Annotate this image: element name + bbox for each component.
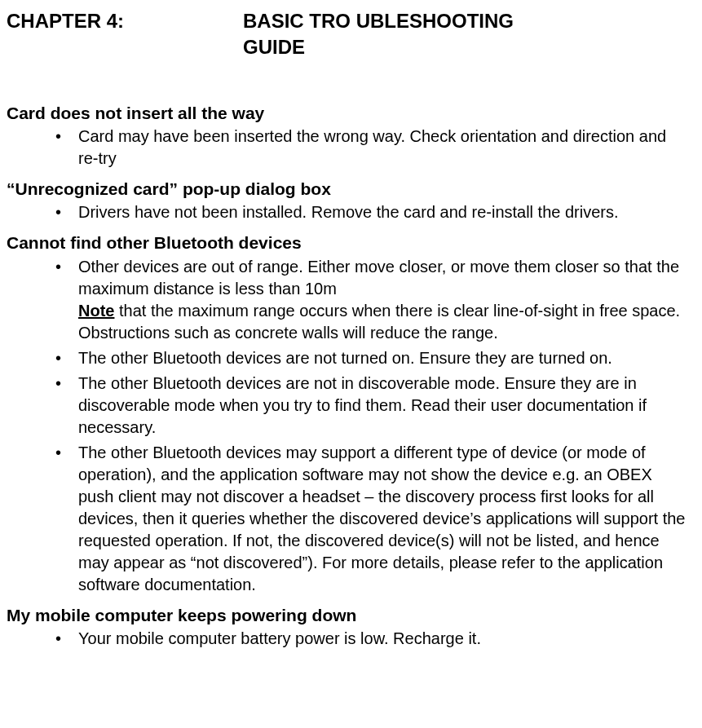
- chapter-title-line1: BASIC TRO UBLESHOOTING: [243, 10, 514, 32]
- bullet-text: Other devices are out of range. Either m…: [78, 258, 679, 298]
- bullet-text: The other Bluetooth devices may support …: [78, 443, 686, 593]
- list-item: The other Bluetooth devices are not turn…: [55, 347, 687, 369]
- note-label: Note: [78, 302, 114, 320]
- bullet-text: Your mobile computer battery power is lo…: [78, 629, 481, 647]
- bullet-list: Drivers have not been installed. Remove …: [7, 201, 687, 223]
- section-heading-unrecognized: “Unrecognized card” pop-up dialog box: [7, 178, 687, 200]
- chapter-title-line2: GUIDE: [243, 36, 305, 58]
- list-item: Card may have been inserted the wrong wa…: [55, 126, 687, 170]
- chapter-header: CHAPTER 4: BASIC TRO UBLESHOOTING GUIDE: [7, 8, 687, 61]
- bullet-text: The other Bluetooth devices are not turn…: [78, 349, 612, 367]
- list-item: Other devices are out of range. Either m…: [55, 256, 687, 344]
- list-item: The other Bluetooth devices are not in d…: [55, 373, 687, 439]
- bullet-list: Card may have been inserted the wrong wa…: [7, 126, 687, 170]
- list-item: Drivers have not been installed. Remove …: [55, 201, 687, 223]
- chapter-label: CHAPTER 4:: [7, 8, 243, 34]
- section-heading-card-insert: Card does not insert all the way: [7, 102, 687, 124]
- bullet-text: Card may have been inserted the wrong wa…: [78, 127, 666, 167]
- bullet-text: that the maximum range occurs when there…: [78, 302, 680, 342]
- bullet-list: Your mobile computer battery power is lo…: [7, 628, 687, 650]
- bullet-text: Drivers have not been installed. Remove …: [78, 203, 619, 221]
- bullet-list: Other devices are out of range. Either m…: [7, 256, 687, 596]
- chapter-title: BASIC TRO UBLESHOOTING GUIDE: [243, 8, 687, 61]
- section-heading-cannot-find: Cannot find other Bluetooth devices: [7, 232, 687, 254]
- list-item: Your mobile computer battery power is lo…: [55, 628, 687, 650]
- bullet-text: The other Bluetooth devices are not in d…: [78, 374, 647, 436]
- section-heading-powering-down: My mobile computer keeps powering down: [7, 604, 687, 626]
- list-item: The other Bluetooth devices may support …: [55, 442, 687, 596]
